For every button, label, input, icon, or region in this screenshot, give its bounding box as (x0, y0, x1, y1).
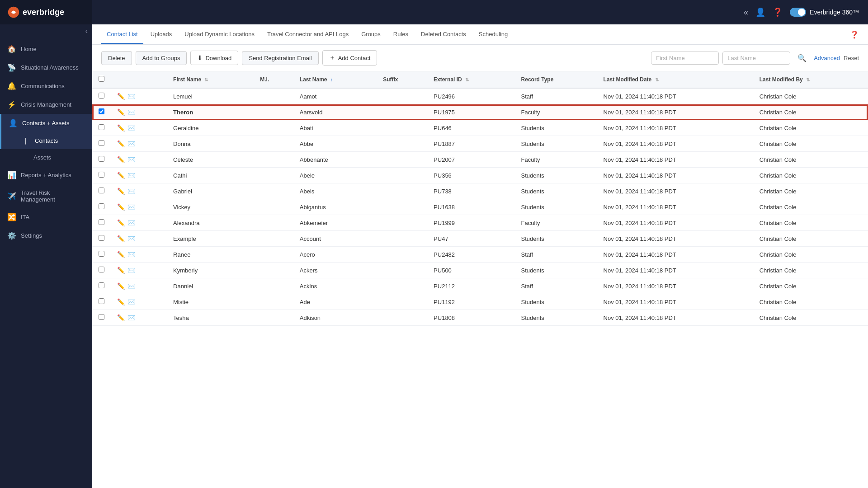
tab-travel-connector-api-logs[interactable]: Travel Connector and API Logs (262, 24, 354, 44)
email-icon[interactable]: ✉️ (127, 124, 135, 131)
edit-icon[interactable]: ✏️ (117, 156, 125, 163)
edit-icon[interactable]: ✏️ (117, 235, 125, 242)
sidebar-item-home[interactable]: 🏠 Home (0, 40, 92, 58)
tab-contact-list[interactable]: Contact List (101, 24, 143, 44)
sidebar-item-settings[interactable]: ⚙️ Settings (0, 226, 92, 245)
sidebar-item-contacts[interactable]: │ Contacts (0, 132, 92, 149)
tab-upload-dynamic-locations[interactable]: Upload Dynamic Locations (179, 24, 260, 44)
search-button[interactable]: 🔍 (794, 52, 810, 64)
edit-icon[interactable]: ✏️ (117, 314, 125, 321)
delete-button[interactable]: Delete (101, 51, 132, 65)
advanced-button[interactable]: Advanced (814, 55, 840, 61)
row-actions-cell: ✏️ ✉️ (111, 199, 167, 215)
email-icon[interactable]: ✉️ (127, 93, 135, 100)
row-last-modified-by: Christian Cole (753, 104, 868, 120)
tab-rules[interactable]: Rules (388, 24, 414, 44)
email-icon[interactable]: ✉️ (127, 251, 135, 258)
row-first-name: Example (167, 231, 254, 247)
external-id-header[interactable]: External ID ⇅ (427, 71, 514, 88)
tab-help-icon[interactable]: ❓ (850, 30, 859, 39)
email-icon[interactable]: ✉️ (127, 267, 135, 274)
email-icon[interactable]: ✉️ (127, 203, 135, 211)
email-icon[interactable]: ✉️ (127, 188, 135, 195)
everbridge360-toggle[interactable] (790, 8, 806, 17)
add-to-groups-button[interactable]: Add to Groups (136, 51, 187, 65)
sidebar-item-reports-analytics[interactable]: 📊 Reports + Analytics (0, 166, 92, 184)
sidebar-item-situational-awareness[interactable]: 📡 Situational Awareness (0, 58, 92, 77)
email-icon[interactable]: ✉️ (127, 314, 135, 321)
email-icon[interactable]: ✉️ (127, 219, 135, 226)
sidebar-collapse-button[interactable]: ‹ (85, 27, 88, 35)
row-checkbox[interactable] (99, 314, 104, 320)
row-checkbox[interactable] (99, 251, 104, 257)
email-icon[interactable]: ✉️ (127, 108, 135, 116)
row-checkbox[interactable] (99, 203, 104, 209)
edit-icon[interactable]: ✏️ (117, 298, 125, 305)
edit-icon[interactable]: ✏️ (117, 140, 125, 147)
row-checkbox[interactable] (99, 219, 104, 225)
edit-icon[interactable]: ✏️ (117, 267, 125, 274)
sidebar-item-ita[interactable]: 🔀 ITA (0, 208, 92, 226)
email-icon[interactable]: ✉️ (127, 172, 135, 179)
tab-scheduling[interactable]: Scheduling (473, 24, 513, 44)
sidebar-item-contacts-assets[interactable]: 👤 Contacts + Assets (0, 114, 92, 132)
edit-icon[interactable]: ✏️ (117, 203, 125, 211)
edit-icon[interactable]: ✏️ (117, 219, 125, 226)
edit-icon[interactable]: ✏️ (117, 124, 125, 131)
row-checkbox[interactable] (99, 298, 104, 304)
contacts-sub-icon: │ (21, 138, 30, 144)
edit-icon[interactable]: ✏️ (117, 251, 125, 258)
row-checkbox[interactable] (99, 140, 104, 146)
row-last-modified-by: Christian Cole (753, 247, 868, 263)
last-name-header[interactable]: Last Name ↑ (293, 71, 377, 88)
row-checkbox[interactable] (99, 108, 104, 114)
last-modified-date-header[interactable]: Last Modified Date ⇅ (597, 71, 753, 88)
email-icon[interactable]: ✉️ (127, 156, 135, 163)
reset-button[interactable]: Reset (844, 55, 859, 61)
sidebar-item-assets[interactable]: Assets (0, 149, 92, 166)
first-name-header[interactable]: First Name ⇅ (167, 71, 254, 88)
edit-icon[interactable]: ✏️ (117, 108, 125, 116)
row-checkbox[interactable] (99, 267, 104, 272)
row-checkbox[interactable] (99, 172, 104, 178)
send-registration-email-button[interactable]: Send Registration Email (242, 51, 318, 65)
search-last-name-input[interactable] (722, 52, 790, 65)
select-all-checkbox[interactable] (99, 76, 104, 82)
double-chevron-icon[interactable]: « (744, 8, 748, 17)
sidebar-item-travel-risk[interactable]: ✈️ Travel Risk Management (0, 184, 92, 208)
last-modified-by-header[interactable]: Last Modified By ⇅ (753, 71, 868, 88)
row-checkbox[interactable] (99, 188, 104, 193)
tab-groups[interactable]: Groups (356, 24, 386, 44)
row-first-name: Lemuel (167, 88, 254, 104)
tab-uploads[interactable]: Uploads (145, 24, 178, 44)
row-checkbox[interactable] (99, 156, 104, 162)
tab-deleted-contacts[interactable]: Deleted Contacts (415, 24, 472, 44)
email-icon[interactable]: ✉️ (127, 282, 135, 290)
table-row: ✏️ ✉️ Example Account PU47 Students Nov … (92, 231, 868, 247)
row-last-modified-date: Nov 01, 2024 11:40:18 PDT (597, 231, 753, 247)
row-select-cell (92, 310, 111, 326)
row-first-name: Gabriel (167, 183, 254, 199)
row-external-id: PU2482 (427, 247, 514, 263)
row-checkbox[interactable] (99, 235, 104, 241)
email-icon[interactable]: ✉️ (127, 140, 135, 147)
add-contact-button[interactable]: ＋ Add Contact (322, 50, 377, 66)
row-checkbox[interactable] (99, 282, 104, 288)
sidebar-item-crisis-management[interactable]: ⚡ Crisis Management (0, 95, 92, 114)
row-last-modified-by: Christian Cole (753, 231, 868, 247)
edit-icon[interactable]: ✏️ (117, 93, 125, 100)
actions-header (111, 71, 167, 88)
edit-icon[interactable]: ✏️ (117, 282, 125, 290)
email-icon[interactable]: ✉️ (127, 298, 135, 305)
row-checkbox[interactable] (99, 93, 104, 99)
edit-icon[interactable]: ✏️ (117, 188, 125, 195)
search-first-name-input[interactable] (651, 52, 719, 65)
table-row: ✏️ ✉️ Lemuel Aamot PU2496 Staff Nov 01, … (92, 88, 868, 104)
download-button[interactable]: ⬇ Download (190, 51, 238, 65)
edit-icon[interactable]: ✏️ (117, 172, 125, 179)
user-icon[interactable]: 👤 (755, 7, 765, 17)
row-checkbox[interactable] (99, 124, 104, 130)
sidebar-item-communications[interactable]: 🔔 Communications (0, 77, 92, 95)
email-icon[interactable]: ✉️ (127, 235, 135, 242)
help-icon[interactable]: ❓ (773, 7, 783, 17)
